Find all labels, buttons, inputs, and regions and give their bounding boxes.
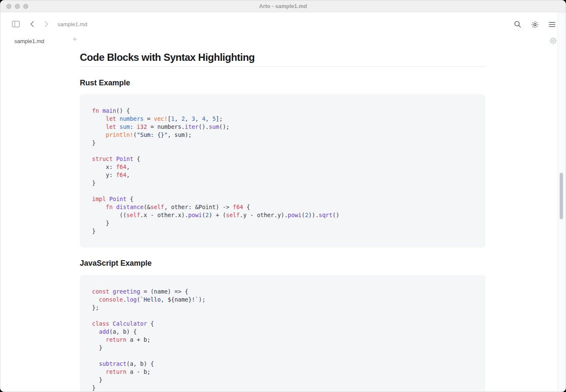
code-token: `Hello, — [140, 296, 168, 303]
code-token: log — [126, 296, 136, 303]
code-token: vec! — [154, 115, 168, 122]
code-line — [92, 187, 485, 195]
code-line: subtract(a, b) { — [92, 360, 485, 368]
code-token: 2 — [305, 212, 308, 218]
code-token: main — [102, 107, 116, 114]
code-line: } — [92, 219, 485, 227]
code-token: let — [106, 123, 116, 130]
code-token: subtract — [99, 360, 126, 367]
code-token — [92, 131, 106, 138]
code-token — [92, 204, 106, 210]
code-token: .x - other.x). — [140, 212, 188, 218]
outline-list-icon[interactable] — [548, 21, 556, 28]
back-chevron-icon[interactable] — [29, 21, 35, 27]
code-token: , — [205, 115, 212, 122]
code-line: return a + b; — [92, 336, 485, 344]
code-line: const greeting = (name) => { — [92, 288, 485, 296]
code-token: 2 — [181, 115, 185, 122]
code-token: ( — [302, 212, 305, 218]
code-token — [92, 336, 106, 343]
code-token — [92, 123, 106, 130]
code-line: fn main() { — [92, 107, 485, 115]
code-token: } — [92, 228, 95, 234]
scrollbar-track — [558, 12, 565, 391]
code-line: } — [92, 376, 485, 384]
code-token: ( — [137, 296, 140, 303]
page-title: Code Blocks with Syntax Highlighting — [80, 52, 485, 63]
code-token: powi — [188, 212, 202, 218]
code-token: , — [126, 172, 130, 178]
code-line: let numbers = vec![1, 2, 3, 4, 5]; — [92, 115, 485, 123]
code-line: fn distance(&self, other: &Point) -> f64… — [92, 203, 485, 211]
code-token: , other: &Point) -> — [164, 204, 233, 210]
code-token: self — [126, 212, 140, 218]
code-block-javascript: const greeting = (name) => { console.log… — [80, 275, 485, 392]
code-token: = (name) => { — [140, 288, 188, 295]
code-token — [116, 115, 120, 122]
scrollbar-thumb[interactable] — [560, 173, 563, 219]
search-icon[interactable] — [514, 20, 521, 28]
code-token: }; — [92, 304, 99, 311]
heading-divider — [80, 66, 485, 67]
code-token — [92, 115, 106, 122]
code-token: = — [144, 115, 154, 122]
code-line: y: f64, — [92, 171, 485, 179]
code-token: sum — [120, 123, 130, 130]
app-window: Arto - sample1.md sample1.md — [0, 0, 566, 392]
code-token: fn — [106, 204, 113, 210]
code-token: powi — [288, 212, 302, 218]
code-token: ${name} — [168, 296, 192, 303]
code-token: ); — [199, 296, 205, 303]
code-token — [92, 368, 106, 375]
code-token: 1 — [171, 115, 174, 122]
code-line: impl Point { — [92, 195, 485, 203]
code-token — [92, 360, 99, 367]
toolbar-document-title: sample1.md — [57, 21, 87, 27]
code-token: (& — [144, 204, 150, 210]
code-token: f64 — [116, 163, 126, 170]
code-token: self — [226, 212, 240, 218]
code-token: "Sum: {}" — [137, 131, 168, 138]
code-token: return — [106, 368, 127, 375]
sidebar-toggle-icon[interactable] — [11, 20, 20, 28]
code-line — [92, 352, 485, 360]
code-line — [92, 147, 485, 155]
code-token: f64 — [233, 204, 243, 210]
code-token — [92, 296, 99, 303]
code-token: ]; — [216, 115, 223, 122]
code-token: [ — [168, 115, 171, 122]
code-token: } — [92, 139, 95, 146]
theme-sun-icon[interactable] — [531, 21, 539, 28]
code-token: (a, b) { — [126, 360, 154, 367]
code-token: 5 — [212, 115, 216, 122]
code-token — [109, 288, 113, 295]
code-token: } — [92, 344, 102, 351]
new-tab-button[interactable]: + — [71, 35, 79, 43]
code-token: { — [147, 320, 154, 327]
code-token: numbers — [120, 115, 144, 122]
code-token — [113, 155, 116, 162]
window-title: Arto - sample1.md — [0, 0, 566, 12]
code-token: !` — [192, 296, 199, 303]
code-token: f64 — [116, 172, 126, 178]
forward-chevron-icon[interactable] — [44, 21, 49, 27]
tab-sample1[interactable]: sample1.md — [14, 38, 44, 44]
code-token: sum — [209, 123, 219, 130]
section-heading-rust: Rust Example — [80, 79, 485, 87]
code-line: } — [92, 179, 485, 187]
code-line: }; — [92, 304, 485, 312]
code-token: : — [130, 123, 136, 130]
section-heading-javascript: JavaScript Example — [80, 259, 485, 268]
code-line: } — [92, 139, 485, 147]
code-token: sqrt — [319, 212, 333, 218]
code-line: add(a, b) { — [92, 328, 485, 336]
code-token: console — [99, 296, 123, 303]
code-line: class Calculator { — [92, 320, 485, 328]
code-token: (a, b) { — [109, 328, 137, 335]
code-token: println! — [106, 131, 133, 138]
code-token: { — [133, 155, 140, 162]
code-token: a - b; — [126, 368, 150, 375]
code-token: (). — [199, 123, 209, 130]
gear-icon[interactable] — [549, 37, 557, 44]
code-token: () — [332, 212, 339, 218]
